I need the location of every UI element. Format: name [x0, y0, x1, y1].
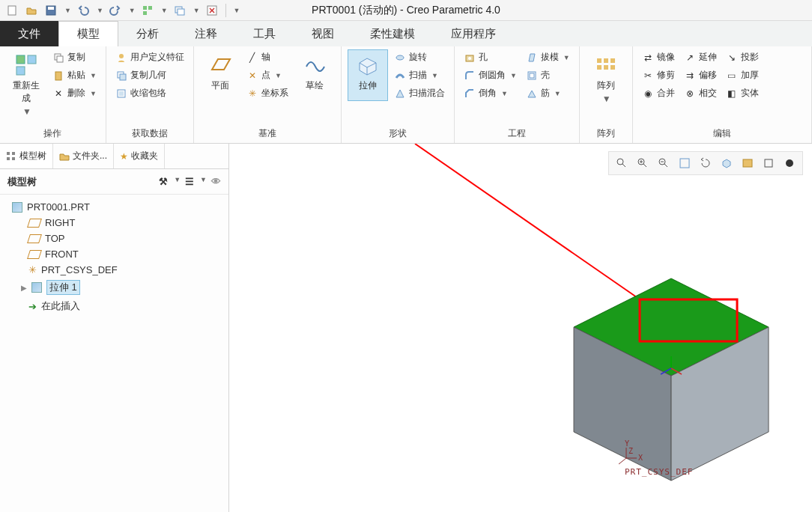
- shell-button[interactable]: 壳: [523, 67, 573, 83]
- svg-rect-0: [8, 6, 16, 15]
- tree-extrude-feature[interactable]: ▶拉伸 1: [3, 278, 225, 297]
- svg-text:X: X: [638, 454, 643, 462]
- tab-tools[interactable]: 工具: [235, 21, 294, 46]
- svg-rect-3: [143, 6, 147, 10]
- open-file-icon[interactable]: [24, 3, 39, 18]
- plane-icon: [27, 234, 42, 243]
- ribbon-group-datum: 平面 ╱轴 ✕点▼ ✳坐标系 草绘 基准: [194, 46, 342, 143]
- trim-icon: ✂: [642, 70, 654, 82]
- quick-access-toolbar: ▼ ▼ ▼ ▼ ▼ ▼ PRT0001 (活动的) - Creo Paramet…: [0, 0, 812, 21]
- regen-qat-icon[interactable]: [140, 3, 155, 18]
- chamfer-button[interactable]: 倒角▼: [461, 85, 520, 101]
- sweptblend-button[interactable]: 扫描混合: [391, 85, 448, 101]
- trim-button[interactable]: ✂修剪: [639, 67, 678, 83]
- regen-button[interactable]: 重新生成▼: [6, 49, 46, 120]
- tree-tab-folder[interactable]: 文件夹...: [53, 144, 114, 168]
- svg-rect-33: [12, 152, 15, 155]
- offset-button[interactable]: ⇉偏移: [681, 67, 720, 83]
- svg-point-15: [119, 54, 124, 58]
- expand-icon[interactable]: ▶: [21, 284, 27, 292]
- sweep-button[interactable]: 扫描▼: [391, 67, 448, 83]
- csys-label: PRT_CSYS_DEF: [625, 467, 693, 477]
- paste-button[interactable]: 粘贴▼: [49, 67, 100, 83]
- tree-tool-settings-icon[interactable]: ⚒: [159, 176, 168, 187]
- save-icon[interactable]: [43, 3, 58, 18]
- graphics-canvas[interactable]: YXZ PRT_CSYS_DEF: [229, 144, 812, 512]
- svg-rect-9: [16, 55, 25, 64]
- svg-rect-26: [604, 58, 608, 63]
- svg-rect-27: [610, 58, 615, 63]
- sketch-button[interactable]: 草绘: [294, 49, 335, 101]
- intersect-button[interactable]: ⊗相交: [681, 85, 720, 101]
- round-button[interactable]: 倒圆角▼: [461, 67, 520, 83]
- tree-datum-right[interactable]: RIGHT: [3, 215, 225, 231]
- tab-analysis[interactable]: 分析: [118, 21, 177, 46]
- qat-customize-icon[interactable]: ▼: [234, 7, 240, 14]
- mirror-icon: ⇄: [642, 52, 654, 64]
- tree-root[interactable]: PRT0001.PRT: [3, 199, 225, 215]
- svg-rect-10: [28, 55, 36, 64]
- revolve-button[interactable]: 旋转: [391, 49, 448, 65]
- draft-button[interactable]: 拔模▼: [523, 49, 573, 65]
- svg-rect-7: [178, 9, 184, 15]
- tree-tab-favorites[interactable]: ★收藏夹: [114, 144, 165, 168]
- ribbon-group-operate: 重新生成▼ 复制 粘贴▼ ✕删除▼ 操作: [0, 46, 106, 143]
- project-button[interactable]: ↘投影: [723, 49, 762, 65]
- axis-icon: ╱: [246, 52, 258, 64]
- svg-rect-5: [143, 11, 147, 15]
- copygeom-button[interactable]: 复制几何: [112, 67, 187, 83]
- delete-icon: ✕: [52, 88, 64, 100]
- tab-model[interactable]: 模型: [58, 21, 118, 46]
- rib-button[interactable]: 筋▼: [523, 85, 573, 101]
- delete-button[interactable]: ✕删除▼: [49, 85, 100, 101]
- copy-button[interactable]: 复制: [49, 49, 100, 65]
- tab-view[interactable]: 视图: [294, 21, 352, 46]
- extrude-button[interactable]: 拉伸: [348, 49, 388, 101]
- undo-icon[interactable]: [76, 3, 91, 18]
- tab-annotate[interactable]: 注释: [177, 21, 235, 46]
- merge-button[interactable]: ◉合并: [639, 85, 678, 101]
- tree-insert-here[interactable]: ➔在此插入: [3, 297, 225, 315]
- model-tree: PRT0001.PRT RIGHT TOP FRONT ✳PRT_CSYS_DE…: [0, 195, 228, 320]
- tab-flexible[interactable]: 柔性建模: [352, 21, 433, 46]
- svg-point-22: [468, 57, 471, 60]
- svg-rect-34: [12, 157, 15, 160]
- thicken-button[interactable]: ▭加厚: [723, 67, 762, 83]
- tree-csys[interactable]: ✳PRT_CSYS_DEF: [3, 262, 225, 278]
- ribbon: 重新生成▼ 复制 粘贴▼ ✕删除▼ 操作 用户定义特征 复制几何 收缩包络 获取…: [0, 46, 812, 144]
- shrinkwrap-button[interactable]: 收缩包络: [112, 85, 187, 101]
- solidify-button[interactable]: ◧实体: [723, 85, 762, 101]
- close-window-icon[interactable]: [204, 3, 219, 18]
- udf-button[interactable]: 用户定义特征: [112, 49, 187, 65]
- svg-rect-31: [7, 152, 10, 155]
- tree-tab-model[interactable]: 模型树: [0, 144, 53, 168]
- tab-apps[interactable]: 应用程序: [433, 21, 514, 46]
- tree-tool-filter-icon[interactable]: ☰: [185, 176, 194, 187]
- tree-tool-show-icon[interactable]: 👁: [211, 176, 221, 187]
- tree-datum-front[interactable]: FRONT: [3, 246, 225, 262]
- tree-datum-top[interactable]: TOP: [3, 231, 225, 246]
- csys-button[interactable]: ✳坐标系: [243, 85, 291, 101]
- point-button[interactable]: ✕点▼: [243, 67, 291, 83]
- svg-rect-30: [610, 65, 615, 70]
- new-file-icon[interactable]: [4, 3, 19, 18]
- point-icon: ✕: [246, 70, 258, 82]
- redo-icon[interactable]: [108, 3, 123, 18]
- tab-file[interactable]: 文件: [0, 21, 58, 46]
- extend-button[interactable]: ↗延伸: [681, 49, 720, 65]
- plane-icon: [27, 219, 42, 228]
- svg-rect-25: [597, 58, 602, 63]
- windows-icon[interactable]: [172, 3, 187, 18]
- mirror-button[interactable]: ⇄镜像: [639, 49, 678, 65]
- pattern-button[interactable]: 阵列▼: [586, 49, 626, 107]
- ribbon-tabs: 文件 模型 分析 注释 工具 视图 柔性建模 应用程序: [0, 21, 812, 46]
- axis-button[interactable]: ╱轴: [243, 49, 291, 65]
- svg-rect-4: [148, 6, 152, 10]
- svg-rect-19: [119, 91, 124, 96]
- svg-rect-2: [48, 7, 54, 10]
- ribbon-group-pattern: 阵列▼ 阵列: [580, 46, 633, 143]
- plane-button[interactable]: 平面: [200, 49, 240, 101]
- part-icon: [12, 202, 22, 213]
- hole-button[interactable]: 孔: [461, 49, 520, 65]
- tree-header-label: 模型树: [7, 175, 37, 189]
